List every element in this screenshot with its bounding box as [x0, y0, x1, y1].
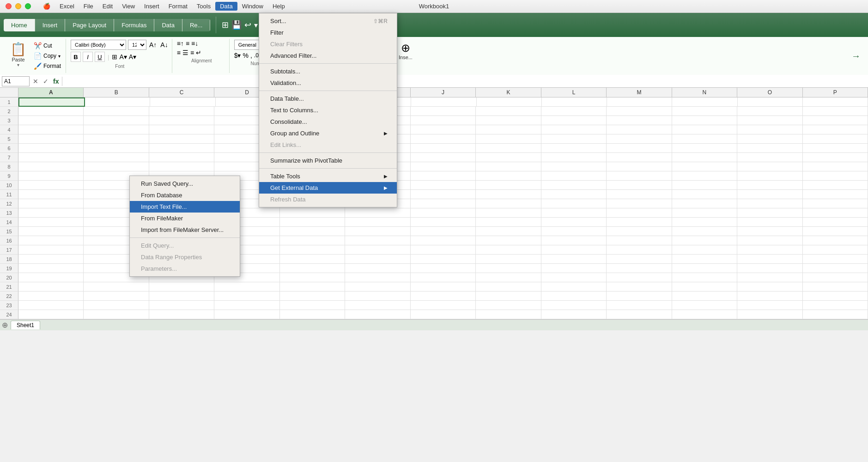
cell-O11[interactable]: [737, 190, 802, 199]
cell-E13[interactable]: [280, 208, 345, 218]
cell-E23[interactable]: [280, 301, 345, 310]
cell-L13[interactable]: [541, 208, 607, 218]
cell-J20[interactable]: [411, 273, 476, 282]
align-top-icon[interactable]: ≡↑: [177, 40, 184, 47]
cell-J1[interactable]: [411, 97, 476, 107]
cell-F16[interactable]: [345, 236, 410, 245]
maximize-button[interactable]: [25, 3, 31, 9]
cell-M1[interactable]: [607, 97, 672, 107]
cell-D21[interactable]: [214, 282, 279, 292]
cell-B1[interactable]: [85, 97, 150, 107]
cell-O13[interactable]: [737, 208, 802, 218]
comma-icon[interactable]: ,: [250, 52, 252, 59]
cell-J13[interactable]: [411, 208, 476, 218]
cell-L4[interactable]: [541, 125, 607, 134]
cell-N14[interactable]: [672, 218, 737, 227]
cell-E14[interactable]: [280, 218, 345, 227]
cell-P6[interactable]: [803, 144, 868, 153]
cell-K3[interactable]: [476, 116, 541, 125]
cell-P10[interactable]: [803, 181, 868, 190]
cell-K8[interactable]: [476, 162, 541, 171]
cell-K20[interactable]: [476, 273, 541, 282]
cell-M19[interactable]: [607, 264, 672, 273]
col-header-A[interactable]: A: [18, 88, 84, 97]
cell-C7[interactable]: [149, 153, 214, 162]
cell-C6[interactable]: [149, 144, 214, 153]
cell-N7[interactable]: [672, 153, 737, 162]
cell-E18[interactable]: [280, 255, 345, 264]
cell-K1[interactable]: [477, 97, 542, 107]
menu-table-tools[interactable]: Table Tools ▶: [259, 170, 397, 182]
cell-A19[interactable]: [18, 264, 84, 273]
cell-P1[interactable]: [803, 97, 868, 107]
traffic-lights[interactable]: [6, 3, 31, 9]
submenu-run-saved-query[interactable]: Run Saved Query...: [130, 178, 240, 189]
insert-function-icon[interactable]: fx: [52, 78, 60, 85]
cell-O19[interactable]: [737, 264, 802, 273]
cell-A13[interactable]: [18, 208, 84, 218]
cell-A24[interactable]: [18, 310, 84, 319]
cell-P14[interactable]: [803, 218, 868, 227]
menu-pivot[interactable]: Summarize with PivotTable: [259, 155, 397, 166]
cell-P2[interactable]: [803, 107, 868, 116]
menu-consolidate[interactable]: Consolidate...: [259, 116, 397, 128]
paste-button[interactable]: 📋 Paste ▾: [6, 40, 30, 72]
cell-K4[interactable]: [476, 125, 541, 134]
cell-L5[interactable]: [541, 134, 607, 144]
cell-M5[interactable]: [607, 134, 672, 144]
cell-N15[interactable]: [672, 227, 737, 236]
cell-O18[interactable]: [737, 255, 802, 264]
cell-K6[interactable]: [476, 144, 541, 153]
cell-P3[interactable]: [803, 116, 868, 125]
cell-A2[interactable]: [18, 107, 84, 116]
cell-N18[interactable]: [672, 255, 737, 264]
cell-C23[interactable]: [149, 301, 214, 310]
cell-C8[interactable]: [149, 162, 214, 171]
cell-C2[interactable]: [149, 107, 214, 116]
submenu-import-filemaker-server[interactable]: Import from FileMaker Server...: [130, 224, 240, 236]
cell-O23[interactable]: [737, 301, 802, 310]
cell-B6[interactable]: [84, 144, 149, 153]
cell-K16[interactable]: [476, 236, 541, 245]
cell-F24[interactable]: [345, 310, 410, 319]
save-icon[interactable]: 💾: [231, 20, 242, 30]
apple-menu[interactable]: 🍎: [38, 2, 55, 11]
cell-B2[interactable]: [84, 107, 149, 116]
cell-C1[interactable]: [150, 97, 215, 107]
cell-M18[interactable]: [607, 255, 672, 264]
cell-O15[interactable]: [737, 227, 802, 236]
cell-M24[interactable]: [607, 310, 672, 319]
cell-K12[interactable]: [476, 199, 541, 208]
col-header-K[interactable]: K: [476, 88, 541, 97]
cell-O9[interactable]: [737, 171, 802, 181]
menu-text-to-columns[interactable]: Text to Columns...: [259, 104, 397, 116]
cell-J12[interactable]: [411, 199, 476, 208]
cell-P19[interactable]: [803, 264, 868, 273]
cell-P5[interactable]: [803, 134, 868, 144]
col-header-P[interactable]: P: [803, 88, 868, 97]
cell-N8[interactable]: [672, 162, 737, 171]
cell-A15[interactable]: [18, 227, 84, 236]
cell-L20[interactable]: [541, 273, 607, 282]
formula-input[interactable]: [64, 78, 866, 85]
cell-O24[interactable]: [737, 310, 802, 319]
cell-K14[interactable]: [476, 218, 541, 227]
menu-group-outline[interactable]: Group and Outline ▶: [259, 128, 397, 139]
cell-M12[interactable]: [607, 199, 672, 208]
cell-D23[interactable]: [214, 301, 279, 310]
cell-J10[interactable]: [411, 181, 476, 190]
menu-advanced-filter[interactable]: Advanced Filter...: [259, 50, 397, 61]
cell-P17[interactable]: [803, 245, 868, 255]
cell-A11[interactable]: [18, 190, 84, 199]
cell-A5[interactable]: [18, 134, 84, 144]
cell-O3[interactable]: [737, 116, 802, 125]
cell-N19[interactable]: [672, 264, 737, 273]
cell-A16[interactable]: [18, 236, 84, 245]
cell-P4[interactable]: [803, 125, 868, 134]
cell-J9[interactable]: [411, 171, 476, 181]
menu-help[interactable]: Help: [268, 2, 290, 11]
cell-P21[interactable]: [803, 282, 868, 292]
cell-P23[interactable]: [803, 301, 868, 310]
cell-C4[interactable]: [149, 125, 214, 134]
cell-M15[interactable]: [607, 227, 672, 236]
